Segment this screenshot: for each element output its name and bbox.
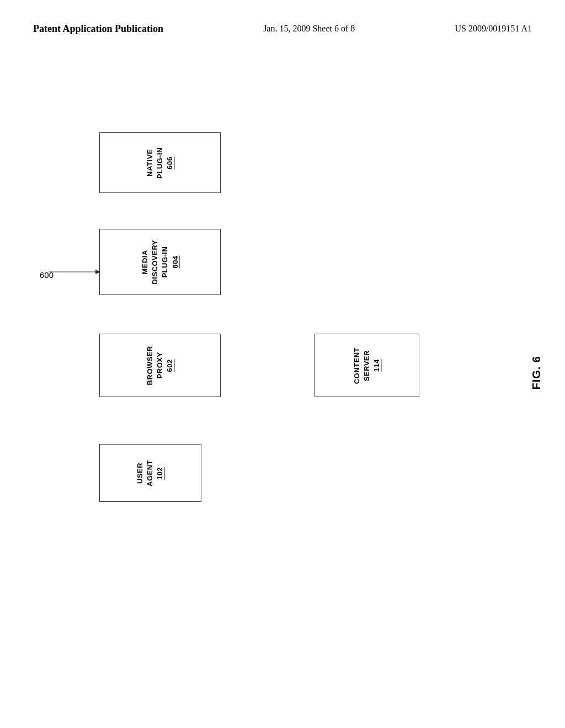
patent-number: US 2009/0019151 A1	[455, 24, 532, 33]
content-server-label: ContentServer114	[352, 347, 382, 384]
media-discovery-box: MediaDiscoveryPlug-In604	[99, 229, 221, 295]
user-agent-box: UserAgent102	[99, 444, 201, 502]
arrow-600-svg	[49, 266, 104, 288]
content-server-box: ContentServer114	[315, 334, 419, 397]
browser-proxy-label: BrowserProxy602	[145, 346, 175, 385]
header-center-text: Jan. 15, 2009 Sheet 6 of 8	[263, 22, 355, 35]
media-discovery-label: MediaDiscoveryPlug-In604	[140, 240, 180, 285]
date-sheet-info: Jan. 15, 2009 Sheet 6 of 8	[263, 24, 355, 33]
page-header: Patent Application Publication Jan. 15, …	[0, 0, 565, 47]
browser-proxy-box: BrowserProxy602	[99, 334, 221, 397]
header-right-text: US 2009/0019151 A1	[455, 22, 532, 35]
diagram-area: NativePlug-In606 600 MediaDiscoveryPlug-…	[0, 47, 565, 709]
header-left-text: Patent Application Publication	[33, 22, 163, 36]
publication-title: Patent Application Publication	[33, 23, 163, 34]
figure-label: FIG. 6	[530, 356, 543, 390]
native-plugin-box: NativePlug-In606	[99, 132, 221, 193]
user-agent-label: UserAgent102	[135, 460, 166, 486]
native-plugin-label: NativePlug-In606	[145, 147, 175, 179]
fig-label-text: FIG. 6	[530, 356, 542, 390]
